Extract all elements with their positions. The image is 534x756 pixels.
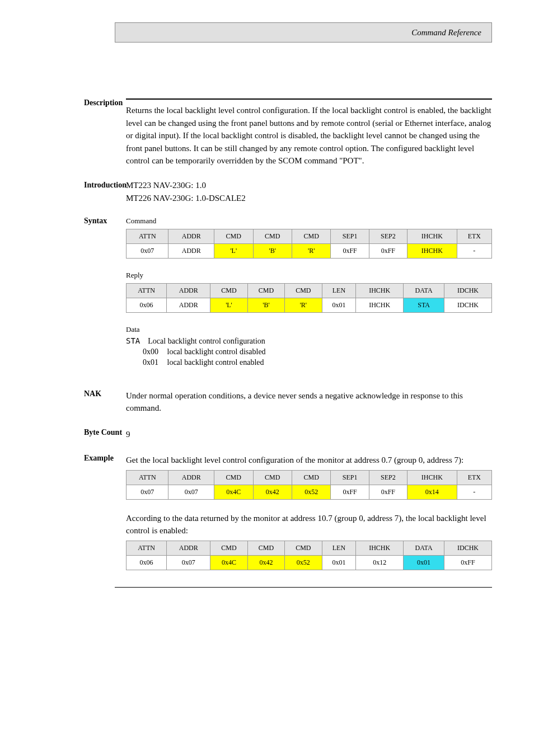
table-header: SEP2 — [369, 229, 407, 243]
table-cell: 'L' — [210, 298, 247, 312]
data-item-desc-0: local backlight control disabled — [167, 348, 266, 356]
data-item-code-1: 0x01 — [143, 358, 165, 367]
table-header: ADDR — [168, 470, 214, 485]
table-cell: ADDR — [167, 298, 210, 312]
table-header: IHCHK — [356, 283, 404, 298]
table-header: IHCHK — [407, 229, 457, 243]
table-header: CMD — [247, 283, 284, 298]
data-sta-label: STA — [126, 336, 140, 345]
description-text: Returns the local backlight level contro… — [126, 104, 492, 167]
table-cell: IHCHK — [356, 298, 404, 312]
table-header: SEP1 — [331, 229, 369, 243]
table-header: CMD — [292, 470, 330, 485]
table-cell: ADDR — [168, 243, 214, 258]
table-cell: 0x42 — [247, 555, 284, 570]
example-table-1: ATTNADDRCMDCMDCMDSEP1SEP2IHCHKETX 0x070x… — [126, 470, 492, 500]
table-cell: 0xFF — [444, 555, 492, 570]
table-header: DATA — [404, 283, 444, 298]
table-cell: 0xFF — [369, 243, 407, 258]
label-syntax: Syntax — [84, 217, 157, 226]
table-header: IDCHK — [444, 283, 492, 298]
data-sta-desc: Local backlight control configuration — [148, 337, 265, 345]
table-cell: 0x4C — [210, 555, 247, 570]
table-cell: 0x42 — [253, 485, 292, 499]
table-header: LEN — [322, 541, 356, 555]
table-header: ETX — [457, 470, 491, 485]
table-cell: 0x52 — [292, 485, 330, 499]
table-cell: 0x14 — [407, 485, 457, 499]
table-header: CMD — [214, 229, 253, 243]
table-header: ATTN — [127, 283, 167, 298]
table-header: ADDR — [167, 283, 210, 298]
table-cell: 'B' — [253, 243, 292, 258]
label-bytecount: Byte Count — [84, 428, 157, 437]
table-cell: 0x4C — [214, 485, 253, 499]
label-example: Example — [84, 454, 157, 463]
table-cell: 0x06 — [127, 555, 167, 570]
reply-table: ATTNADDRCMDCMDCMDLENIHCHKDATAIDCHK 0x06A… — [126, 283, 492, 313]
bytecount-value: 9 — [126, 428, 492, 441]
table-cell: 0x01 — [322, 555, 356, 570]
table-header: CMD — [247, 541, 284, 555]
table-header: ATTN — [127, 541, 167, 555]
table-header: ATTN — [127, 470, 168, 485]
table-header: CMD — [285, 541, 322, 555]
table-header: CMD — [214, 470, 253, 485]
table-header: LEN — [322, 283, 356, 298]
table-cell: 0xFF — [331, 243, 369, 258]
intro-line-1: MT223 NAV-230G: 1.0 — [126, 181, 492, 190]
table-cell: 0x07 — [127, 243, 168, 258]
table-header: ADDR — [168, 229, 214, 243]
table-cell: 0x01 — [322, 298, 356, 312]
label-description: Description — [84, 98, 157, 107]
table-header: DATA — [404, 541, 444, 555]
table-header: IHCHK — [356, 541, 404, 555]
table-cell: - — [457, 485, 491, 499]
header-title: Command Reference — [411, 28, 481, 37]
label-nak: NAK — [84, 389, 157, 398]
table-cell: 0x06 — [127, 298, 167, 312]
table-cell: 'L' — [214, 243, 253, 258]
command-table: ATTNADDRCMDCMDCMDSEP1SEP2IHCHKETX 0x07AD… — [126, 229, 492, 259]
data-item-desc-1: local backlight control enabled — [167, 358, 264, 367]
table-header: IDCHK — [444, 541, 492, 555]
table-cell: STA — [404, 298, 444, 312]
data-item-code-0: 0x00 — [143, 348, 165, 356]
footer-divider — [115, 587, 492, 588]
table-cell: - — [457, 243, 491, 258]
example-text-2: According to the data returned by the mo… — [126, 512, 492, 537]
table-header: ETX — [457, 229, 491, 243]
table-cell: 0xFF — [331, 485, 369, 499]
table-cell: IDCHK — [444, 298, 492, 312]
table-cell: 'R' — [292, 243, 330, 258]
table-cell: 0x12 — [356, 555, 404, 570]
syntax-reply-title: Reply — [126, 271, 492, 280]
table-cell: 0xFF — [369, 485, 407, 499]
table-cell: 'B' — [247, 298, 284, 312]
table-header: CMD — [210, 283, 247, 298]
nak-text: Under normal operation conditions, a dev… — [126, 389, 492, 415]
header-bar: Command Reference — [115, 22, 492, 43]
table-cell: 0x01 — [404, 555, 444, 570]
table-header: SEP2 — [369, 470, 407, 485]
intro-line-2: MT226 NAV-230G: 1.0-DSCALE2 — [126, 194, 492, 203]
table-cell: 0x07 — [167, 555, 210, 570]
table-cell: 0x07 — [168, 485, 214, 499]
syntax-command-title: Command — [126, 217, 492, 226]
table-header: ADDR — [167, 541, 210, 555]
table-cell: 0x07 — [127, 485, 168, 499]
table-header: CMD — [210, 541, 247, 555]
table-cell: 0x52 — [285, 555, 322, 570]
example-text-1: Get the local backlight level control co… — [126, 454, 492, 467]
table-header: CMD — [292, 229, 330, 243]
table-header: CMD — [253, 229, 292, 243]
table-header: CMD — [285, 283, 322, 298]
table-cell: 'R' — [285, 298, 322, 312]
table-header: IHCHK — [407, 470, 457, 485]
data-label: Data — [126, 325, 492, 334]
table-header: ATTN — [127, 229, 168, 243]
table-header: CMD — [253, 470, 292, 485]
label-introduction: Introduction — [84, 181, 157, 190]
table-cell: IHCHK — [407, 243, 457, 258]
table-header: SEP1 — [331, 470, 369, 485]
